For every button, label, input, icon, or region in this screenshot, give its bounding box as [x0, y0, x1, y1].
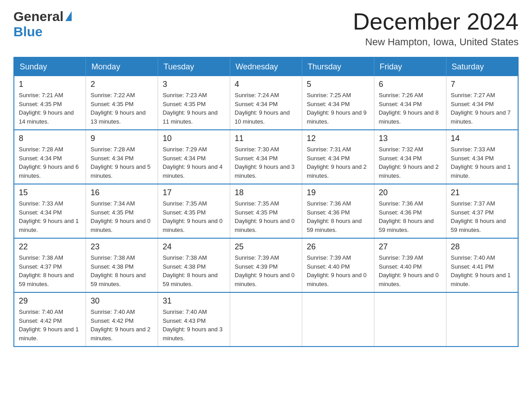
calendar-cell: 19 Sunrise: 7:36 AM Sunset: 4:36 PM Dayl…: [302, 184, 374, 238]
daylight-label: Daylight: 9 hours and 0 minutes.: [379, 272, 439, 287]
sunset-label: Sunset: 4:37 PM: [451, 209, 494, 216]
sunrise-label: Sunrise: 7:25 AM: [307, 92, 351, 98]
sunset-label: Sunset: 4:38 PM: [90, 263, 133, 270]
weekday-header-row: Sunday Monday Tuesday Wednesday Thursday…: [14, 57, 518, 76]
day-info: Sunrise: 7:28 AM Sunset: 4:34 PM Dayligh…: [90, 145, 153, 180]
day-number: 10: [163, 134, 225, 143]
sunrise-label: Sunrise: 7:31 AM: [307, 146, 351, 153]
day-info: Sunrise: 7:32 AM Sunset: 4:34 PM Dayligh…: [379, 145, 442, 180]
day-info: Sunrise: 7:21 AM Sunset: 4:35 PM Dayligh…: [19, 91, 81, 126]
day-number: 22: [19, 242, 81, 252]
daylight-label: Daylight: 9 hours and 1 minute.: [451, 272, 511, 287]
logo-general-text: General: [13, 9, 64, 24]
day-number: 17: [163, 188, 225, 197]
day-number: 20: [379, 188, 442, 197]
sunset-label: Sunset: 4:42 PM: [19, 317, 62, 324]
day-number: 21: [451, 188, 513, 197]
daylight-label: Daylight: 9 hours and 2 minutes.: [379, 163, 439, 179]
daylight-label: Daylight: 9 hours and 2 minutes.: [307, 163, 367, 179]
day-info: Sunrise: 7:38 AM Sunset: 4:38 PM Dayligh…: [90, 253, 153, 288]
day-info: Sunrise: 7:28 AM Sunset: 4:34 PM Dayligh…: [19, 145, 81, 180]
daylight-label: Daylight: 9 hours and 8 minutes.: [379, 109, 439, 125]
sunrise-label: Sunrise: 7:29 AM: [163, 146, 207, 153]
calendar-cell: [302, 292, 374, 347]
daylight-label: Daylight: 9 hours and 4 minutes.: [163, 163, 223, 179]
logo-blue-text: Blue: [13, 24, 43, 39]
day-number: 11: [235, 134, 297, 143]
daylight-label: Daylight: 9 hours and 3 minutes.: [163, 326, 223, 342]
sunrise-label: Sunrise: 7:33 AM: [19, 200, 63, 207]
sunset-label: Sunset: 4:41 PM: [451, 263, 494, 270]
calendar-cell: 20 Sunrise: 7:36 AM Sunset: 4:36 PM Dayl…: [374, 184, 446, 238]
calendar-week-row: 1 Sunrise: 7:21 AM Sunset: 4:35 PM Dayli…: [14, 76, 518, 130]
sunrise-label: Sunrise: 7:39 AM: [307, 254, 351, 261]
sunset-label: Sunset: 4:34 PM: [451, 101, 494, 107]
day-number: 23: [90, 242, 153, 252]
sunrise-label: Sunrise: 7:40 AM: [451, 254, 495, 261]
page-header: General Blue December 2024 New Hampton, …: [13, 9, 519, 48]
day-info: Sunrise: 7:38 AM Sunset: 4:38 PM Dayligh…: [163, 253, 225, 288]
day-number: 16: [90, 188, 153, 197]
calendar-cell: 7 Sunrise: 7:27 AM Sunset: 4:34 PM Dayli…: [446, 76, 518, 130]
calendar-cell: 10 Sunrise: 7:29 AM Sunset: 4:34 PM Dayl…: [158, 130, 230, 184]
calendar-cell: 26 Sunrise: 7:39 AM Sunset: 4:40 PM Dayl…: [302, 238, 374, 292]
calendar-cell: 28 Sunrise: 7:40 AM Sunset: 4:41 PM Dayl…: [446, 238, 518, 292]
calendar-week-row: 15 Sunrise: 7:33 AM Sunset: 4:34 PM Dayl…: [14, 184, 518, 238]
daylight-label: Daylight: 9 hours and 2 minutes.: [90, 326, 150, 342]
sunrise-label: Sunrise: 7:35 AM: [235, 200, 279, 207]
calendar-cell: 9 Sunrise: 7:28 AM Sunset: 4:34 PM Dayli…: [86, 130, 158, 184]
sunset-label: Sunset: 4:34 PM: [379, 101, 422, 107]
daylight-label: Daylight: 8 hours and 59 minutes.: [379, 218, 434, 233]
daylight-label: Daylight: 8 hours and 59 minutes.: [307, 218, 362, 233]
calendar-cell: 25 Sunrise: 7:39 AM Sunset: 4:39 PM Dayl…: [230, 238, 302, 292]
day-info: Sunrise: 7:24 AM Sunset: 4:34 PM Dayligh…: [235, 91, 297, 126]
sunrise-label: Sunrise: 7:32 AM: [379, 146, 423, 153]
day-info: Sunrise: 7:26 AM Sunset: 4:34 PM Dayligh…: [379, 91, 442, 126]
calendar-cell: 15 Sunrise: 7:33 AM Sunset: 4:34 PM Dayl…: [14, 184, 86, 238]
day-info: Sunrise: 7:37 AM Sunset: 4:37 PM Dayligh…: [451, 199, 513, 234]
calendar-cell: 24 Sunrise: 7:38 AM Sunset: 4:38 PM Dayl…: [158, 238, 230, 292]
sunrise-label: Sunrise: 7:22 AM: [90, 92, 135, 98]
day-number: 24: [163, 242, 225, 252]
calendar-cell: 6 Sunrise: 7:26 AM Sunset: 4:34 PM Dayli…: [374, 76, 446, 130]
sunset-label: Sunset: 4:42 PM: [90, 317, 133, 324]
calendar-table: Sunday Monday Tuesday Wednesday Thursday…: [13, 57, 519, 347]
calendar-cell: 17 Sunrise: 7:35 AM Sunset: 4:35 PM Dayl…: [158, 184, 230, 238]
sunrise-label: Sunrise: 7:26 AM: [379, 92, 423, 98]
daylight-label: Daylight: 9 hours and 0 minutes.: [90, 218, 150, 233]
daylight-label: Daylight: 8 hours and 59 minutes.: [90, 272, 146, 287]
day-info: Sunrise: 7:31 AM Sunset: 4:34 PM Dayligh…: [307, 145, 369, 180]
day-number: 12: [307, 134, 369, 143]
daylight-label: Daylight: 9 hours and 7 minutes.: [451, 109, 511, 125]
daylight-label: Daylight: 9 hours and 1 minute.: [19, 326, 79, 342]
calendar-cell: [230, 292, 302, 347]
logo: General Blue: [13, 9, 72, 39]
sunrise-label: Sunrise: 7:40 AM: [163, 308, 207, 315]
sunset-label: Sunset: 4:34 PM: [307, 101, 350, 107]
day-number: 4: [235, 80, 297, 89]
daylight-label: Daylight: 8 hours and 59 minutes.: [19, 272, 74, 287]
sunrise-label: Sunrise: 7:24 AM: [235, 92, 279, 98]
day-info: Sunrise: 7:23 AM Sunset: 4:35 PM Dayligh…: [163, 91, 225, 126]
daylight-label: Daylight: 9 hours and 10 minutes.: [235, 109, 290, 125]
calendar-week-row: 8 Sunrise: 7:28 AM Sunset: 4:34 PM Dayli…: [14, 130, 518, 184]
calendar-cell: 21 Sunrise: 7:37 AM Sunset: 4:37 PM Dayl…: [446, 184, 518, 238]
sunset-label: Sunset: 4:34 PM: [235, 101, 278, 107]
sunrise-label: Sunrise: 7:39 AM: [235, 254, 279, 261]
sunrise-label: Sunrise: 7:35 AM: [163, 200, 207, 207]
calendar-cell: 11 Sunrise: 7:30 AM Sunset: 4:34 PM Dayl…: [230, 130, 302, 184]
day-number: 28: [451, 242, 513, 252]
sunset-label: Sunset: 4:34 PM: [19, 209, 62, 216]
header-monday: Monday: [86, 57, 158, 76]
sunrise-label: Sunrise: 7:40 AM: [90, 308, 135, 315]
calendar-cell: 27 Sunrise: 7:39 AM Sunset: 4:40 PM Dayl…: [374, 238, 446, 292]
sunset-label: Sunset: 4:34 PM: [307, 155, 350, 162]
calendar-cell: 13 Sunrise: 7:32 AM Sunset: 4:34 PM Dayl…: [374, 130, 446, 184]
calendar-week-row: 22 Sunrise: 7:38 AM Sunset: 4:37 PM Dayl…: [14, 238, 518, 292]
calendar-cell: 2 Sunrise: 7:22 AM Sunset: 4:35 PM Dayli…: [86, 76, 158, 130]
header-thursday: Thursday: [302, 57, 374, 76]
daylight-label: Daylight: 9 hours and 13 minutes.: [90, 109, 146, 125]
calendar-cell: 5 Sunrise: 7:25 AM Sunset: 4:34 PM Dayli…: [302, 76, 374, 130]
calendar-cell: 30 Sunrise: 7:40 AM Sunset: 4:42 PM Dayl…: [86, 292, 158, 347]
sunset-label: Sunset: 4:38 PM: [163, 263, 206, 270]
